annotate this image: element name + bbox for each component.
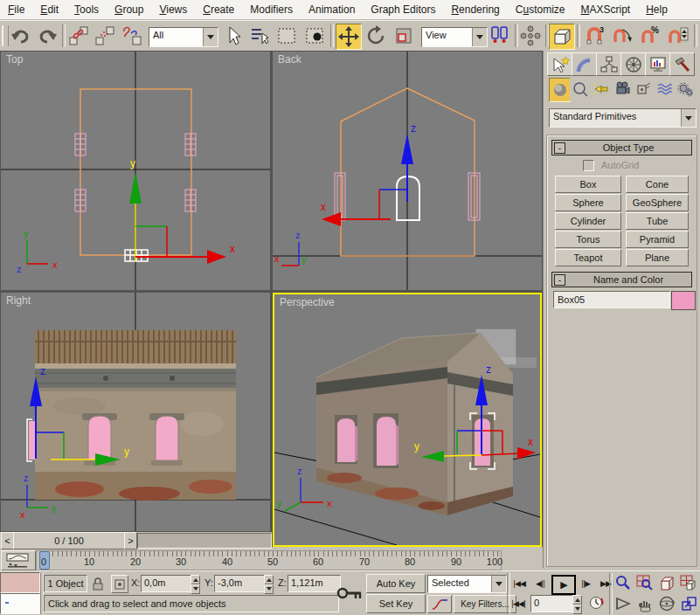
selected-door-wireframe[interactable] xyxy=(125,250,148,261)
frame-spinner[interactable] xyxy=(572,595,582,611)
zoom-extents-button[interactable] xyxy=(656,574,676,592)
tab-create[interactable] xyxy=(547,52,572,76)
absolute-offset-toggle[interactable] xyxy=(111,575,128,593)
tab-hierarchy[interactable] xyxy=(596,52,621,76)
previous-frame-button[interactable]: ◀|| xyxy=(530,575,550,591)
time-slider-track[interactable] xyxy=(137,533,272,549)
selection-filter-dropdown[interactable]: All xyxy=(149,27,218,47)
angle-snap-toggle-button[interactable] xyxy=(610,24,634,48)
select-and-rotate-button[interactable] xyxy=(364,24,388,48)
menu-file[interactable]: File xyxy=(0,1,32,19)
menu-tools[interactable]: Tools xyxy=(66,1,107,19)
create-geometry-button[interactable] xyxy=(549,78,571,102)
maxscript-listener-pink[interactable] xyxy=(0,572,40,593)
time-configuration-button[interactable] xyxy=(586,595,606,612)
coord-y-spinner[interactable] xyxy=(264,575,274,591)
field-of-view-button[interactable] xyxy=(613,594,633,612)
key-mode-toggle[interactable]: |◀◀| xyxy=(509,595,527,612)
tube-button[interactable]: Tube xyxy=(626,212,689,230)
menu-customize[interactable]: Customize xyxy=(508,1,573,19)
mini-curve-editor-button[interactable] xyxy=(1,550,36,570)
select-and-manipulate-button[interactable] xyxy=(518,24,543,48)
object-name-field[interactable]: Box05 xyxy=(553,291,670,308)
select-by-name-button[interactable] xyxy=(247,24,272,48)
name-color-rollout-header[interactable]: - Name and Color xyxy=(551,272,692,287)
tab-modify[interactable] xyxy=(572,52,597,76)
selected-door[interactable] xyxy=(27,419,36,461)
time-slider-prev-button[interactable]: < xyxy=(1,532,14,549)
select-object-button[interactable] xyxy=(220,24,245,48)
coord-y-field[interactable]: -3,0m xyxy=(214,575,269,592)
dropdown-arrow-icon[interactable] xyxy=(203,28,218,46)
zoom-all-button[interactable] xyxy=(634,574,655,592)
move-gizmo[interactable]: y x xyxy=(129,157,235,264)
tab-display[interactable] xyxy=(645,52,670,76)
menu-create[interactable]: Create xyxy=(195,1,242,19)
box-button[interactable]: Box xyxy=(555,176,621,193)
arc-rotate-button[interactable] xyxy=(656,594,676,612)
zoom-extents-all-button[interactable] xyxy=(678,574,698,592)
set-keys-button[interactable] xyxy=(336,577,364,610)
time-slider-next-button[interactable]: > xyxy=(124,532,137,549)
dropdown-arrow-icon[interactable] xyxy=(472,28,487,46)
set-key-button[interactable]: Set Key xyxy=(366,594,426,613)
viewport-label[interactable]: Right xyxy=(6,294,31,307)
redo-button[interactable] xyxy=(35,24,59,48)
select-and-link-button[interactable] xyxy=(66,24,91,48)
object-type-rollout-header[interactable]: - Object Type xyxy=(551,140,692,155)
bind-to-spacewarp-button[interactable] xyxy=(120,24,144,48)
rectangular-selection-region-button[interactable] xyxy=(274,24,299,48)
house-window-2[interactable] xyxy=(373,413,399,468)
next-frame-button[interactable]: ||▶ xyxy=(576,575,595,591)
window-crossing-toggle-button[interactable] xyxy=(302,24,327,48)
create-systems-button[interactable] xyxy=(675,78,695,100)
undo-button[interactable] xyxy=(9,24,33,48)
create-helpers-button[interactable] xyxy=(633,78,653,100)
auto-key-button[interactable]: Auto Key xyxy=(366,574,426,593)
menu-edit[interactable]: Edit xyxy=(32,1,66,19)
reference-coordinate-dropdown[interactable]: View xyxy=(421,27,488,47)
viewport-back[interactable]: z x z x y Back xyxy=(273,52,542,290)
tab-motion[interactable] xyxy=(620,52,646,76)
viewport-label[interactable]: Top xyxy=(6,53,23,66)
viewport-label[interactable]: Back xyxy=(278,53,301,66)
maxscript-listener-white[interactable] xyxy=(0,593,40,614)
viewport-right[interactable]: z y z y x Right xyxy=(1,293,270,531)
coord-x-field[interactable]: 0,0m xyxy=(141,575,196,592)
primitives-category-dropdown[interactable]: Standard Primitives xyxy=(549,108,697,128)
pan-view-button[interactable] xyxy=(634,594,655,612)
house-window-1[interactable] xyxy=(335,415,357,464)
unlink-selection-button[interactable] xyxy=(93,24,117,48)
cylinder-button[interactable]: Cylinder xyxy=(555,212,621,230)
track-bar-ruler[interactable]: 0 10 20 30 40 50 60 70 80 90 100 xyxy=(36,550,502,570)
default-tangent-button[interactable] xyxy=(427,595,452,613)
selection-lock-toggle[interactable] xyxy=(90,575,106,591)
geosphere-button[interactable]: GeoSphere xyxy=(626,194,689,211)
menu-graph-editors[interactable]: Graph Editors xyxy=(363,1,443,19)
menu-animation[interactable]: Animation xyxy=(301,1,363,19)
time-slider-handle[interactable]: 0 / 100 xyxy=(13,532,125,549)
menu-maxscript[interactable]: MAXScript xyxy=(573,1,639,19)
dropdown-arrow-icon[interactable] xyxy=(681,109,696,127)
coord-x-spinner[interactable] xyxy=(191,575,200,591)
tab-utilities[interactable] xyxy=(669,52,695,76)
textured-house[interactable] xyxy=(316,329,537,515)
create-lights-button[interactable] xyxy=(591,78,611,100)
object-color-swatch[interactable] xyxy=(671,291,696,310)
use-pivot-center-button[interactable] xyxy=(488,24,512,48)
min-max-toggle-button[interactable] xyxy=(678,594,698,612)
zoom-button[interactable] xyxy=(613,574,633,592)
create-spacewarps-button[interactable] xyxy=(654,78,674,100)
selection-set-dropdown[interactable]: Selected xyxy=(427,575,507,593)
current-frame-field[interactable]: 0 xyxy=(530,595,578,612)
viewport-label[interactable]: Perspective xyxy=(280,296,335,308)
viewport-top[interactable]: y x y x z Top xyxy=(1,52,270,290)
viewport-perspective[interactable]: z y x z x y xyxy=(273,293,542,547)
create-cameras-button[interactable] xyxy=(612,78,632,100)
play-animation-button[interactable]: ▶ xyxy=(551,575,576,595)
cone-button[interactable]: Cone xyxy=(626,176,689,193)
select-and-move-button[interactable] xyxy=(336,24,362,50)
keyboard-override-toggle-button[interactable] xyxy=(549,24,575,50)
pyramid-button[interactable]: Pyramid xyxy=(626,231,689,248)
select-and-scale-button[interactable] xyxy=(392,24,416,48)
